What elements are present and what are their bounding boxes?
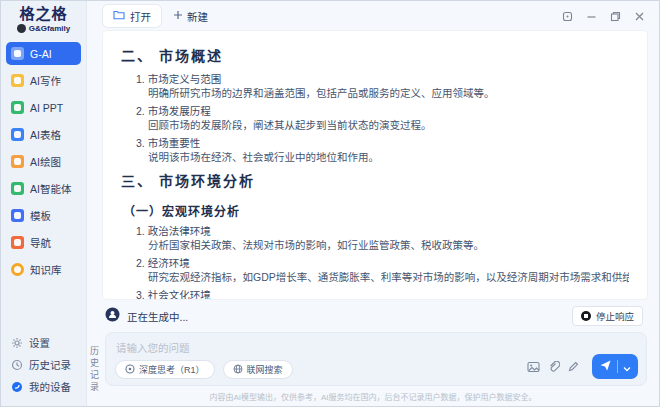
- sidebar-item-label: AI智能体: [30, 181, 71, 196]
- top-toolbar: 打开 新建: [87, 1, 659, 31]
- sidebar-item-templates[interactable]: 模板: [6, 204, 81, 227]
- logo-subtitle: G&Gfamily: [29, 24, 70, 33]
- generating-text: 正在生成中...: [127, 309, 188, 324]
- sidebar-item-label: 我的设备: [29, 379, 71, 394]
- web-search-label: 联网搜索: [247, 363, 283, 376]
- doc-heading: 三、 市场环境分析: [121, 170, 629, 190]
- doc-item-title: 2. 市场发展历程: [136, 105, 629, 118]
- ai-avatar: [105, 307, 120, 326]
- app-logo: 格之格: [1, 6, 86, 23]
- stop-response-button[interactable]: 停止响应: [572, 306, 643, 326]
- sidebar-nav: G-AIAI写作AI PPTAI表格AI绘图AI智能体模板导航知识库: [1, 38, 86, 285]
- doc-item-desc: 明确所研究市场的边界和涵盖范围，包括产品或服务的定义、应用领域等。: [148, 87, 629, 100]
- deep-think-icon: [125, 364, 135, 376]
- globe-icon: [233, 364, 243, 376]
- doc-item-desc: 回顾市场的发展阶段，阐述其从起步到当前状态的演变过程。: [148, 119, 629, 132]
- open-tab[interactable]: 打开: [103, 5, 161, 27]
- g-ai-icon: [11, 47, 24, 60]
- stop-button-label: 停止响应: [596, 309, 634, 323]
- doc-heading: （一）宏观环境分析: [123, 202, 629, 219]
- sidebar-item-label: AI表格: [30, 127, 61, 142]
- generation-status-row: 正在生成中... 停止响应: [87, 299, 659, 330]
- sidebar-footer: 设置 历史记录 我的设备: [1, 331, 86, 398]
- doc-item-title: 3. 社会文化环境: [136, 289, 629, 299]
- sidebar-item-settings[interactable]: 设置: [6, 332, 81, 353]
- chat-input-panel: 深度思考（R1） 联网搜索: [105, 332, 647, 386]
- sidebar-item-label: G-AI: [30, 48, 52, 60]
- doc-item-title: 2. 经济环境: [136, 257, 629, 270]
- sidebar-item-my-device[interactable]: 我的设备: [6, 376, 81, 397]
- stop-icon: [581, 311, 591, 321]
- template-icon: [11, 209, 24, 222]
- new-button-label: 新建: [187, 9, 208, 24]
- sidebar-item-label: 导航: [30, 235, 51, 250]
- sidebar-item-ai-writing[interactable]: AI写作: [6, 69, 81, 92]
- sidebar-item-label: 知识库: [30, 262, 62, 277]
- sidebar-item-g-ai[interactable]: G-AI: [6, 42, 81, 65]
- window-controls: [562, 11, 651, 22]
- history-icon: [11, 359, 23, 371]
- ppt-icon: [11, 101, 24, 114]
- sidebar-item-ai-agent[interactable]: AI智能体: [6, 177, 81, 200]
- image-upload-icon[interactable]: [527, 361, 540, 373]
- input-mode-toggles: 深度思考（R1） 联网搜索: [115, 360, 293, 379]
- agent-icon: [11, 182, 24, 195]
- mini-window-icon[interactable]: [562, 11, 573, 22]
- edit-pen-icon[interactable]: [568, 361, 579, 372]
- sidebar-item-label: AI写作: [30, 73, 61, 88]
- navigation-icon: [11, 236, 24, 249]
- new-button[interactable]: 新建: [173, 9, 208, 24]
- brand-avatar: [17, 24, 26, 33]
- history-drawer-tab[interactable]: 历史记录: [88, 346, 101, 394]
- deep-think-label: 深度思考（R1）: [139, 363, 205, 376]
- doc-item-desc: 说明该市场在经济、社会或行业中的地位和作用。: [148, 151, 629, 164]
- minimize-icon[interactable]: [586, 11, 597, 22]
- maximize-icon[interactable]: [610, 11, 621, 22]
- knowledge-icon: [11, 263, 24, 276]
- close-icon[interactable]: [634, 11, 645, 22]
- sidebar-item-ai-table[interactable]: AI表格: [6, 123, 81, 146]
- drawing-icon: [11, 155, 24, 168]
- writing-icon: [11, 74, 24, 87]
- send-button-divider: [617, 360, 618, 373]
- sidebar-item-history[interactable]: 历史记录: [6, 354, 81, 375]
- doc-heading: 二、 市场概述: [121, 45, 629, 65]
- send-options-chevron-icon[interactable]: [623, 358, 631, 376]
- sidebar-item-knowledge-base[interactable]: 知识库: [6, 258, 81, 281]
- plus-icon: [173, 10, 183, 22]
- chat-input[interactable]: [116, 340, 480, 358]
- attachment-icon[interactable]: [548, 361, 560, 373]
- doc-item-desc: 分析国家相关政策、法规对市场的影响，如行业监管政策、税收政策等。: [148, 239, 629, 252]
- main-area: 打开 新建: [87, 1, 659, 406]
- doc-item-title: 1. 政治法律环境: [136, 225, 629, 238]
- logo-subtitle-row: G&Gfamily: [1, 24, 86, 33]
- gear-icon: [11, 337, 23, 349]
- send-button[interactable]: [592, 354, 638, 379]
- open-tab-label: 打开: [130, 9, 151, 24]
- document-body: 二、 市场概述1. 市场定义与范围明确所研究市场的边界和涵盖范围，包括产品或服务…: [103, 31, 647, 299]
- sidebar-item-ai-drawing[interactable]: AI绘图: [6, 150, 81, 173]
- doc-item-title: 3. 市场重要性: [136, 137, 629, 150]
- doc-item-desc: 研究宏观经济指标，如GDP增长率、通货膨胀率、利率等对市场的影响，以及经济周期对…: [148, 271, 629, 284]
- doc-item-title: 1. 市场定义与范围: [136, 73, 629, 86]
- sidebar-item-label: AI PPT: [30, 102, 63, 114]
- input-action-icons: [527, 354, 638, 379]
- sidebar-item-label: 设置: [29, 335, 50, 350]
- disclaimer-note: 内容由AI模型输出，仅供参考，AI服务均在国内，后台不记录用户数据，保护用户数据…: [87, 386, 659, 406]
- sidebar-item-navigation[interactable]: 导航: [6, 231, 81, 254]
- sidebar-item-label: 历史记录: [29, 357, 71, 372]
- folder-icon: [113, 10, 125, 22]
- sidebar-item-label: 模板: [30, 208, 51, 223]
- send-plane-icon: [599, 358, 612, 376]
- web-search-toggle[interactable]: 联网搜索: [223, 360, 293, 379]
- sidebar-item-ai-ppt[interactable]: AI PPT: [6, 96, 81, 119]
- device-icon: [11, 381, 23, 393]
- table-icon: [11, 128, 24, 141]
- sidebar: 格之格 G&Gfamily G-AIAI写作AI PPTAI表格AI绘图AI智能…: [1, 1, 87, 406]
- app-window: 格之格 G&Gfamily G-AIAI写作AI PPTAI表格AI绘图AI智能…: [0, 0, 660, 407]
- deep-think-toggle[interactable]: 深度思考（R1）: [115, 360, 215, 379]
- sidebar-item-label: AI绘图: [30, 154, 61, 169]
